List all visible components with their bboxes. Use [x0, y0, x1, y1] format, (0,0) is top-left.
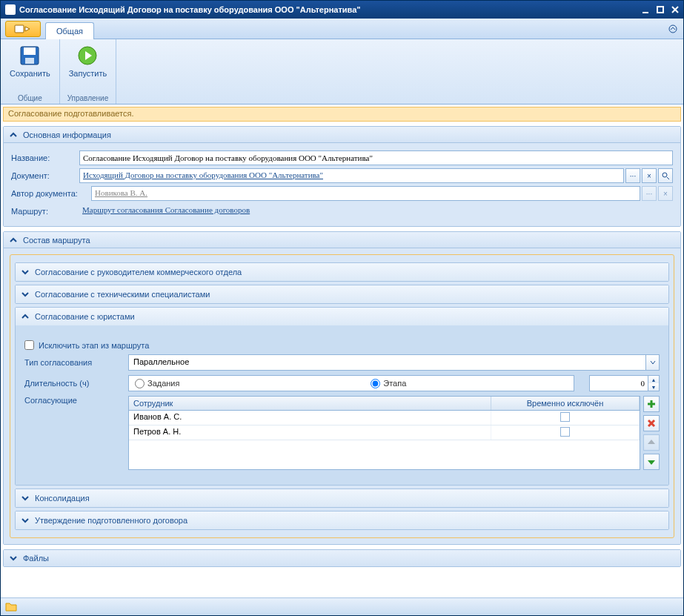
start-label: Запустить [69, 69, 107, 78]
excluded-checkbox[interactable] [560, 427, 570, 437]
chevron-down-icon [645, 355, 659, 370]
chevron-up-icon [20, 311, 30, 322]
delete-row-button[interactable] [643, 415, 660, 431]
chevron-down-icon [8, 553, 19, 563]
approvers-label: Согласующие [24, 396, 128, 405]
step-legal[interactable]: Согласование с юристами [16, 308, 668, 325]
save-label: Сохранить [10, 69, 50, 78]
add-row-button[interactable] [643, 396, 660, 412]
duration-task-radio[interactable]: Задания [135, 379, 179, 388]
panel-route-title: Состав маршрута [23, 236, 90, 245]
move-up-button[interactable] [643, 434, 660, 451]
ribbon-group-common: Общие [18, 91, 42, 102]
step-label: Консолидация [35, 494, 90, 503]
document-link[interactable]: Исходящий Договор на поставку оборудован… [79, 168, 624, 183]
excluded-checkbox[interactable] [560, 412, 570, 422]
duration-stage-radio[interactable]: Этапа [371, 379, 406, 388]
step-label: Согласование с техническими специалистам… [35, 290, 210, 299]
window-title: Согласование Исходящий Договор на постав… [19, 5, 637, 14]
route-label: Маршрут: [11, 207, 79, 216]
svg-rect-7 [24, 47, 36, 55]
document-browse-button[interactable]: ··· [625, 168, 640, 183]
play-icon [76, 44, 99, 67]
ribbon-group-manage: Управление [67, 91, 109, 102]
author-browse-button[interactable]: ··· [642, 186, 657, 201]
chevron-down-icon [20, 493, 30, 503]
name-label: Название: [11, 153, 79, 162]
start-button[interactable]: Запустить [66, 42, 110, 79]
document-label: Документ: [11, 171, 79, 180]
spin-up-button[interactable]: ▲ [648, 376, 659, 383]
cell-employee: Иванов А. С. [129, 411, 491, 425]
route-link[interactable]: Маршрут согласования Согласование догово… [79, 204, 673, 219]
approval-type-select[interactable]: Параллельное [128, 354, 660, 371]
panel-files: Файлы [3, 549, 681, 567]
author-label: Автор документа: [11, 189, 91, 198]
folder-icon[interactable] [5, 601, 17, 613]
document-clear-button[interactable]: × [642, 168, 657, 183]
close-button[interactable] [668, 4, 682, 16]
panel-main-info-title: Основная информация [23, 130, 111, 139]
svg-point-10 [663, 173, 667, 177]
svg-line-11 [667, 177, 669, 179]
step-label: Согласование с юристами [35, 312, 135, 321]
tab-general-label: Общая [56, 27, 83, 36]
radio-label: Этапа [383, 379, 406, 388]
move-down-button[interactable] [643, 454, 660, 470]
chevron-down-icon [20, 515, 30, 526]
name-input[interactable] [79, 150, 673, 165]
approval-type-value: Параллельное [129, 355, 645, 370]
step-label: Согласование с руководителем коммерческо… [35, 268, 242, 276]
duration-input[interactable] [589, 375, 648, 391]
maximize-button[interactable] [654, 4, 667, 16]
exclude-checkbox[interactable]: Исключить этап из маршрута [24, 340, 149, 350]
minimize-button[interactable] [639, 4, 652, 16]
step-commercial[interactable]: Согласование с руководителем коммерческо… [16, 263, 668, 281]
radio-label: Задания [147, 379, 179, 388]
chevron-up-icon [8, 130, 19, 140]
spin-down-button[interactable]: ▼ [648, 383, 659, 391]
file-menu-button[interactable] [5, 21, 41, 37]
save-button[interactable]: Сохранить [7, 42, 53, 79]
step-technical[interactable]: Согласование с техническими специалистам… [16, 285, 668, 303]
panel-route-header[interactable]: Состав маршрута [4, 232, 680, 248]
app-icon [5, 4, 16, 15]
panel-main-info-header[interactable]: Основная информация [4, 127, 680, 143]
svg-point-5 [669, 25, 677, 33]
ribbon-body: Сохранить Общие Запустить Управление [1, 39, 683, 105]
cell-employee: Петров А. Н. [129, 425, 491, 440]
svg-rect-4 [15, 25, 24, 33]
panel-route: Состав маршрута Согласование с руководит… [3, 231, 681, 545]
svg-rect-1 [657, 7, 663, 13]
panel-files-title: Файлы [23, 554, 49, 563]
column-employee[interactable]: Сотрудник [129, 397, 491, 410]
column-excluded[interactable]: Временно исключён [491, 397, 640, 410]
ribbon-collapse-button[interactable] [667, 23, 679, 35]
titlebar: Согласование Исходящий Договор на постав… [1, 1, 683, 19]
author-clear-button[interactable]: × [658, 186, 673, 201]
document-view-button[interactable] [658, 168, 673, 183]
exclude-label: Исключить этап из маршрута [39, 341, 149, 350]
approval-type-label: Тип согласования [24, 358, 128, 367]
chevron-up-icon [8, 235, 19, 245]
panel-main-info: Основная информация Название: Документ: … [3, 126, 681, 227]
status-message: Согласование подготавливается. [3, 107, 681, 122]
step-consolidation[interactable]: Консолидация [16, 489, 668, 507]
route-steps: Согласование с руководителем коммерческо… [10, 254, 674, 538]
duration-label: Длительность (ч) [24, 379, 128, 388]
save-icon [18, 44, 41, 67]
table-row[interactable]: Иванов А. С. [129, 411, 640, 425]
table-row[interactable]: Петров А. Н. [129, 425, 640, 440]
duration-mode: Задания Этапа [128, 375, 574, 391]
chevron-down-icon [20, 289, 30, 299]
author-link[interactable]: Новикова В. А. [91, 186, 640, 201]
svg-rect-8 [25, 58, 34, 64]
statusbar [1, 597, 683, 615]
tab-general[interactable]: Общая [45, 22, 94, 39]
panel-files-header[interactable]: Файлы [4, 550, 680, 566]
step-approval[interactable]: Утверждение подготовленного договора [16, 511, 668, 529]
approvers-grid[interactable]: Сотрудник Временно исключён Иванов А. С. [128, 396, 640, 470]
chevron-down-icon [20, 267, 30, 277]
ribbon-tabs: Общая [1, 19, 683, 39]
step-label: Утверждение подготовленного договора [35, 516, 187, 525]
